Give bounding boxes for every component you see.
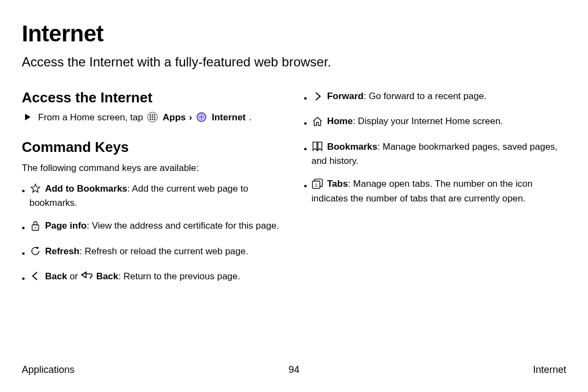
access-apps: Apps (163, 112, 186, 123)
bullet-dot: • (304, 91, 307, 106)
access-line: From a Home screen, tap Apps › (22, 112, 284, 124)
svg-text:1: 1 (315, 182, 317, 187)
b6-text: : Display your Internet Home screen. (353, 116, 503, 126)
page-intro: Access the Internet with a fully-feature… (22, 54, 566, 70)
content-columns: Access the Internet From a Home screen, … (22, 89, 566, 295)
lock-icon (29, 220, 41, 232)
page-title: Internet (22, 21, 566, 47)
access-period: . (249, 112, 252, 123)
bullet-refresh: • Refresh: Refresh or reload the current… (22, 244, 284, 261)
b4-or: or (67, 271, 81, 281)
play-triangle-icon (22, 111, 34, 123)
b5-label: Forward (327, 91, 364, 101)
left-column: Access the Internet From a Home screen, … (22, 89, 284, 295)
access-sep: › (189, 112, 192, 123)
b2-text: : View the address and certificate for t… (87, 220, 279, 231)
svg-point-6 (151, 117, 153, 118)
internet-globe-icon (195, 111, 207, 123)
bullet-tabs: • 1 Tabs: Manage open tabs. The number o… (304, 177, 566, 206)
b5-text: : Go forward to a recent page. (364, 91, 487, 101)
svg-point-5 (149, 117, 151, 118)
bullet-forward: • Forward: Go forward to a recent page. (304, 89, 566, 106)
bullet-dot: • (22, 184, 25, 198)
chevron-left-icon (29, 270, 41, 282)
svg-point-3 (151, 114, 153, 116)
bullet-dot: • (304, 117, 307, 131)
bullet-dot: • (22, 272, 25, 286)
bullet-page-info: • Page info: View the address and certif… (22, 219, 284, 235)
svg-point-10 (154, 119, 155, 120)
chevron-right-icon (311, 90, 323, 102)
bullet-dot: • (22, 221, 25, 235)
b3-text: : Refresh or reload the current web page… (79, 246, 248, 256)
access-heading: Access the Internet (22, 89, 284, 106)
svg-point-2 (149, 114, 151, 116)
b1-label: Add to Bookmarks (45, 183, 127, 194)
svg-marker-18 (82, 272, 86, 278)
b4-label2: Back (96, 271, 119, 281)
bookmarks-icon (311, 140, 323, 152)
tabs-icon: 1 (311, 178, 323, 190)
svg-point-16 (35, 227, 36, 228)
cmd-intro: The following command keys are available… (22, 161, 284, 175)
b4-text: : Return to the previous page. (118, 271, 240, 281)
right-column: • Forward: Go forward to a recent page. … (304, 89, 566, 295)
bullet-dot: • (22, 247, 25, 261)
bullet-back: • Back or Back: Return to the previous p… (22, 270, 284, 286)
star-outline-icon (29, 182, 41, 194)
bullet-dot: • (304, 179, 307, 193)
b6-label: Home (327, 116, 353, 126)
bullet-add-bookmarks: • Add to Bookmarks: Add the current web … (22, 182, 284, 211)
svg-marker-0 (25, 114, 30, 120)
back-arrow-icon (81, 270, 93, 282)
home-icon (311, 115, 323, 127)
refresh-icon (29, 245, 41, 257)
b7-label: Bookmarks (327, 142, 378, 152)
b2-label: Page info (45, 220, 87, 231)
page-footer: Applications 94 Internet (22, 364, 566, 376)
footer-page-number: 94 (22, 364, 566, 376)
bullet-bookmarks: • Bookmarks: Manage bookmarked pages, sa… (304, 140, 566, 169)
cmd-heading: Command Keys (22, 139, 284, 156)
b3-label: Refresh (45, 246, 79, 256)
svg-point-7 (154, 117, 155, 118)
access-internet: Internet (212, 112, 246, 123)
apps-grid-icon (146, 111, 158, 123)
svg-marker-17 (36, 247, 39, 249)
svg-point-9 (151, 119, 153, 120)
bullet-dot: • (304, 142, 307, 156)
bullet-home: • Home: Display your Internet Home scree… (304, 114, 566, 131)
b4-label1: Back (45, 271, 68, 281)
svg-point-4 (154, 114, 155, 116)
svg-point-8 (149, 119, 151, 120)
b8-label: Tabs (327, 179, 348, 189)
access-prefix: From a Home screen, tap (38, 112, 143, 123)
